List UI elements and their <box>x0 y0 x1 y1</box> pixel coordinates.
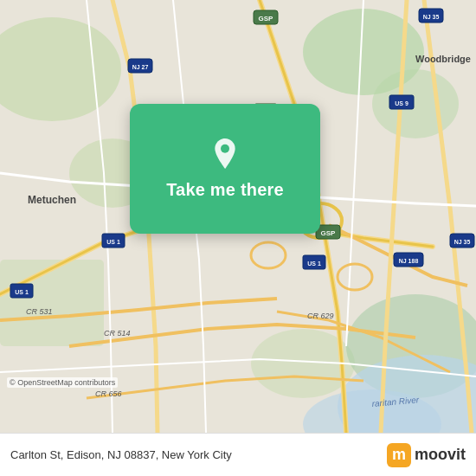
svg-text:Woodbridge: Woodbridge <box>415 54 471 64</box>
moovit-icon: m <box>387 443 411 467</box>
svg-text:NJ 35: NJ 35 <box>454 239 471 245</box>
svg-text:Metuchen: Metuchen <box>28 194 76 206</box>
svg-rect-3 <box>0 260 104 346</box>
svg-text:NJ 188: NJ 188 <box>399 258 419 264</box>
svg-text:GSP: GSP <box>259 15 274 23</box>
svg-point-42 <box>221 144 229 152</box>
address-text: Carlton St, Edison, NJ 08837, New York C… <box>10 448 387 461</box>
location-pin-icon <box>208 138 242 173</box>
svg-text:NJ 27: NJ 27 <box>132 64 149 70</box>
svg-text:CR 531: CR 531 <box>26 307 53 316</box>
svg-point-5 <box>372 69 459 138</box>
bottom-bar: Carlton St, Edison, NJ 08837, New York C… <box>0 433 476 476</box>
svg-text:CR 629: CR 629 <box>307 312 334 320</box>
svg-text:US 1: US 1 <box>15 289 29 295</box>
svg-text:CR 656: CR 656 <box>95 389 122 398</box>
svg-text:CR 514: CR 514 <box>104 329 131 338</box>
svg-text:US 1: US 1 <box>106 239 120 245</box>
take-me-there-button[interactable]: Take me there <box>166 180 284 200</box>
map-container: GSP GSP GSP US 1 US 1 NJ 27 NJ 35 NJ 35 … <box>0 0 476 433</box>
action-card: Take me there <box>130 104 320 234</box>
map-attribution: © OpenStreetMap contributors <box>7 377 118 388</box>
svg-text:GSP: GSP <box>321 229 337 237</box>
svg-text:US 1: US 1 <box>307 261 321 267</box>
moovit-logo: m moovit <box>387 443 466 467</box>
svg-text:US 9: US 9 <box>395 100 408 106</box>
svg-text:NJ 35: NJ 35 <box>423 14 440 20</box>
moovit-wordmark: moovit <box>415 446 466 464</box>
